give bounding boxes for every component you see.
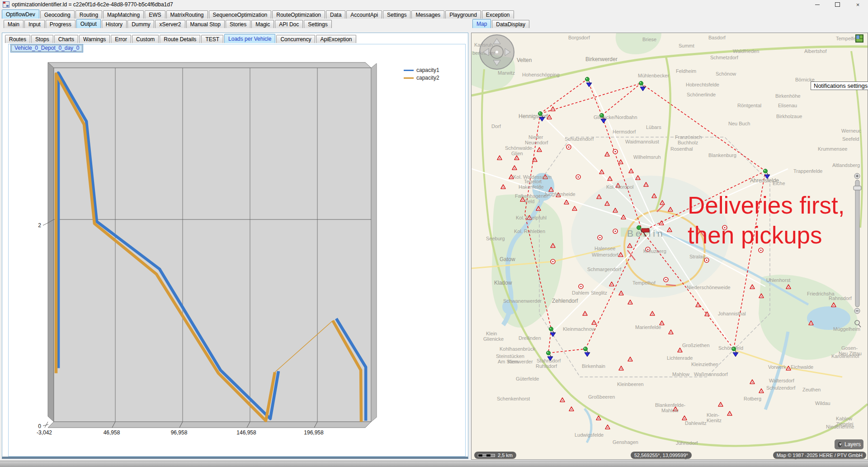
stop-pin[interactable] <box>584 347 590 357</box>
tab-apiexception[interactable]: ApiException <box>316 35 356 43</box>
loads-chart: -3,04246,95896,958146,958196,95820 <box>9 44 465 456</box>
annotation-line-1: Deliveries first, <box>688 191 845 220</box>
town-label: Ruhlsdorf <box>536 363 557 369</box>
tab-exception[interactable]: Exception <box>482 10 514 19</box>
tab-error[interactable]: Error <box>111 35 131 43</box>
pushpin-icon <box>584 347 588 351</box>
annotation-line-2: then pickups <box>688 220 845 250</box>
map-tab-strip: MapDataDisplay <box>472 19 530 28</box>
tab-settings[interactable]: Settings <box>383 10 410 19</box>
tab-routing[interactable]: Routing <box>75 10 102 19</box>
traffic-warning-icon <box>605 425 610 429</box>
tab-magic[interactable]: Magic <box>251 20 274 28</box>
tab-main[interactable]: Main <box>4 20 24 28</box>
tab-settings[interactable]: Settings <box>304 20 331 28</box>
tab-playground[interactable]: Playground <box>445 10 481 19</box>
town-label: Schönow <box>716 71 736 76</box>
traffic-warning-icon <box>514 156 519 160</box>
tab-api-doc[interactable]: API Doc <box>275 20 303 28</box>
traffic-warning-icon <box>583 311 587 315</box>
output-panel: RoutesStopsChartsWarningsErrorCustomRout… <box>2 33 468 459</box>
town-label: Großziethen <box>682 343 710 348</box>
map-panel[interactable]: BorgsdorfBrieseBasdorfSummtWaldfriedenTe… <box>471 33 868 460</box>
tab-manual-stop[interactable]: Manual Stop <box>186 20 225 28</box>
town-label: Tempelfe <box>836 36 856 41</box>
traffic-warning-icon <box>592 320 596 324</box>
town-label: Blankenfelde- <box>655 402 686 408</box>
town-label: Mahlow <box>661 408 679 413</box>
town-label: Schulzendorf <box>565 136 594 142</box>
tab-stories[interactable]: Stories <box>226 20 250 28</box>
tab-test[interactable]: TEST <box>201 35 223 43</box>
tab-sequenceoptimization[interactable]: SequenceOptimization <box>209 10 272 19</box>
zoom-slider-thumb[interactable] <box>854 186 861 190</box>
tab-map[interactable]: Map <box>472 19 491 28</box>
tab-geocoding[interactable]: Geocoding <box>40 10 75 19</box>
tab-loads-per-vehicle[interactable]: Loads per Vehicle <box>224 34 275 43</box>
pan-center-dot[interactable] <box>495 51 498 53</box>
town-label: Summt <box>679 43 694 48</box>
town-label: Kleinmachnow <box>563 326 595 332</box>
pan-compass-control[interactable] <box>480 35 514 69</box>
tab-custom[interactable]: Custom <box>132 35 159 43</box>
tab-routes[interactable]: Routes <box>5 35 30 43</box>
town-label: Schwanenwerder <box>503 298 542 304</box>
maximize-icon <box>835 2 840 7</box>
traffic-warning-icon <box>759 389 764 393</box>
tab-warnings[interactable]: Warnings <box>79 35 110 43</box>
tab-optiflowdev[interactable]: OptiflowDev <box>2 10 39 19</box>
layers-label: Layers <box>844 441 861 448</box>
town-label: Feldheim <box>676 68 696 74</box>
town-label: Kleinbeeren <box>617 381 644 387</box>
town-label: Birkholzaue <box>776 114 802 119</box>
tab-data[interactable]: Data <box>326 10 345 19</box>
overview-map-icon[interactable] <box>855 34 863 43</box>
town-label: Eiche <box>773 181 785 186</box>
tab-routeoptimization[interactable]: RouteOptimization <box>272 10 325 19</box>
zoom-slider[interactable] <box>854 173 861 327</box>
tab-output[interactable]: Output <box>76 19 101 28</box>
tab-messages[interactable]: Messages <box>411 10 444 19</box>
town-label: Schulzendorf <box>766 385 796 391</box>
stop-triangle-icon <box>601 119 606 123</box>
tab-ews[interactable]: EWS <box>145 10 165 19</box>
town-label: Eichwalde <box>791 364 813 370</box>
minimize-icon <box>815 5 820 5</box>
town-label: Waldfrieden <box>733 48 759 54</box>
tab-history[interactable]: History <box>102 20 127 28</box>
traffic-warning-icon <box>750 380 755 384</box>
tab-dummy[interactable]: Dummy <box>127 20 154 28</box>
tab-route-details[interactable]: Route Details <box>160 35 200 43</box>
tab-stops[interactable]: Stops <box>31 35 53 43</box>
close-button[interactable]: × <box>848 0 868 9</box>
tab-matrixrouting[interactable]: MatrixRouting <box>166 10 208 19</box>
town-label: Hermsdorf <box>613 129 636 134</box>
tab-datadisplay[interactable]: DataDisplay <box>492 20 529 28</box>
tab-accountapi[interactable]: AccountApi <box>346 10 382 19</box>
town-label: Kol. Waldessaum <box>513 174 552 180</box>
traffic-warning-icon <box>605 152 609 156</box>
traffic-warning-icon <box>497 156 502 160</box>
tab-charts[interactable]: Charts <box>54 35 78 43</box>
maximize-button[interactable] <box>827 0 848 9</box>
town-label: Velten <box>517 57 532 63</box>
town-label: Kohlhasenbrück <box>500 346 535 352</box>
pushpin-icon <box>549 327 553 331</box>
traffic-warning-icon <box>727 411 732 415</box>
tab-input[interactable]: Input <box>24 20 45 28</box>
traffic-warning-icon <box>569 407 574 411</box>
layers-button[interactable]: Layers <box>835 439 863 449</box>
tab-xserver2[interactable]: xServer2 <box>155 20 185 28</box>
town-label: Glien <box>511 151 523 156</box>
tab-progress[interactable]: Progress <box>46 20 75 28</box>
title-bar: optimizationIdentifier.ld = c22e0f1d-6c2… <box>0 0 868 9</box>
traffic-warning-icon <box>619 366 623 370</box>
town-label: Neuendorf <box>525 140 548 145</box>
town-label: Kleinziethen <box>691 362 718 367</box>
legend-label-capacity2: capacity2 <box>416 75 439 81</box>
minimize-button[interactable] <box>807 0 827 9</box>
tab-mapmatching[interactable]: MapMatching <box>103 10 144 19</box>
tab-concurrency[interactable]: Concurrency <box>276 35 315 43</box>
traffic-warning-icon <box>696 303 700 307</box>
depot-pushpin-icon <box>637 226 641 230</box>
